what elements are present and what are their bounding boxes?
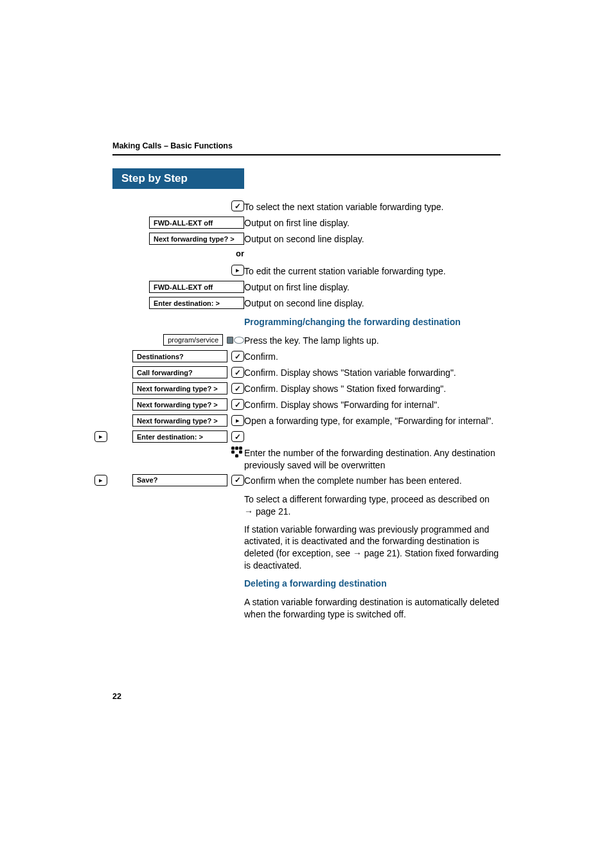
display-line-1: FWD-ALL-EXT off bbox=[149, 281, 244, 293]
confirm-check-icon[interactable] bbox=[231, 399, 244, 410]
page-number: 22 bbox=[112, 692, 121, 701]
confirm-check-icon[interactable] bbox=[231, 200, 244, 211]
keypad-icon[interactable] bbox=[231, 447, 244, 457]
confirm-check-icon[interactable] bbox=[231, 367, 244, 378]
section-heading-deleting: Deleting a forwarding destination bbox=[244, 577, 501, 590]
instruction-text: Open a forwarding type, for example, "Fo… bbox=[244, 414, 501, 427]
display-line-1: FWD-ALL-EXT off bbox=[149, 217, 244, 229]
scroll-forward-icon[interactable] bbox=[94, 475, 107, 486]
confirm-check-icon[interactable] bbox=[231, 431, 244, 442]
instruction-text: Confirm. Display shows " Station fixed f… bbox=[244, 382, 501, 395]
display-option: Destinations? bbox=[132, 350, 227, 362]
instruction-text: To edit the current station variable for… bbox=[244, 265, 501, 278]
instruction-text: Confirm. bbox=[244, 350, 501, 363]
instruction-text: Confirm. Display shows "Forwarding for i… bbox=[244, 398, 501, 411]
display-line-2: Enter destination: > bbox=[149, 297, 244, 309]
page-ref-link[interactable]: page 21 bbox=[244, 506, 289, 517]
paragraph-text: A station variable forwarding destinatio… bbox=[244, 596, 501, 621]
key-lamp-icon bbox=[227, 337, 244, 344]
program-service-key-label[interactable]: program/service bbox=[163, 334, 223, 346]
or-separator: or bbox=[112, 249, 244, 258]
section-heading-programming: Programming/changing the forwarding dest… bbox=[244, 315, 501, 328]
page-ref-link[interactable]: page 21 bbox=[353, 548, 397, 558]
header-rule bbox=[112, 154, 501, 155]
instruction-text: Enter the number of the forwarding desti… bbox=[244, 447, 501, 472]
scroll-forward-icon[interactable] bbox=[231, 265, 244, 276]
instruction-text: Output on first line display. bbox=[244, 217, 501, 229]
instruction-text: Confirm. Display shows "Station variable… bbox=[244, 366, 501, 379]
confirm-check-icon[interactable] bbox=[231, 351, 244, 362]
display-option: Next forwarding type? > bbox=[132, 382, 227, 394]
instruction-text: Output on first line display. bbox=[244, 281, 501, 294]
instruction-text: To select the next station variable forw… bbox=[244, 200, 501, 213]
instruction-text: Confirm when the complete number has bee… bbox=[244, 474, 501, 487]
instruction-text: Press the key. The lamp lights up. bbox=[244, 334, 501, 347]
scroll-forward-icon[interactable] bbox=[94, 431, 107, 442]
step-by-step-heading: Step by Step bbox=[112, 168, 244, 189]
confirm-check-icon[interactable] bbox=[231, 475, 244, 486]
display-line-2: Next forwarding type? > bbox=[149, 233, 244, 245]
breadcrumb: Making Calls – Basic Functions bbox=[112, 141, 501, 150]
confirm-check-icon[interactable] bbox=[231, 383, 244, 394]
display-option: Next forwarding type? > bbox=[132, 414, 227, 427]
display-option: Enter destination: > bbox=[132, 430, 227, 443]
paragraph-text: To select a different forwarding type, p… bbox=[244, 493, 501, 518]
instruction-text: Output on second line display. bbox=[244, 233, 501, 245]
display-option: Next forwarding type? > bbox=[132, 398, 227, 411]
scroll-forward-icon[interactable] bbox=[231, 415, 244, 426]
paragraph-text: If station variable forwarding was previ… bbox=[244, 523, 501, 572]
display-option: Call forwarding? bbox=[132, 366, 227, 378]
display-option: Save? bbox=[132, 474, 227, 486]
instruction-text: Output on second line display. bbox=[244, 297, 501, 310]
